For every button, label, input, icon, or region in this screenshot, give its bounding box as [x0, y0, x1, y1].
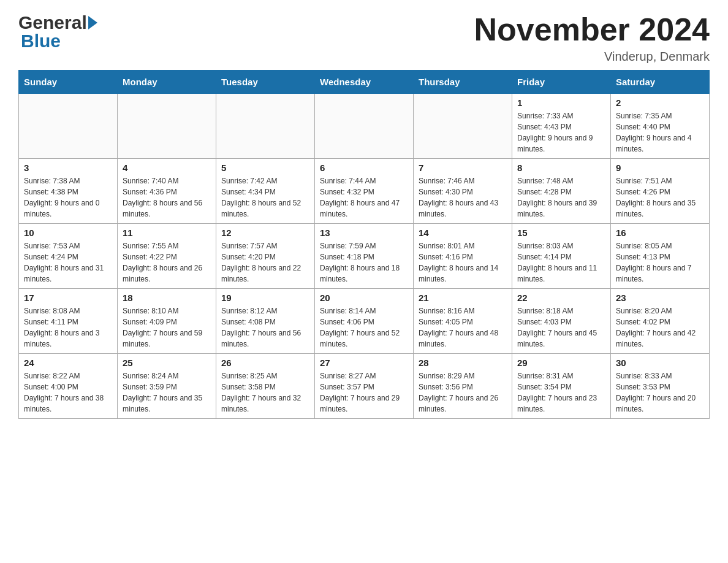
day-number: 10 — [24, 228, 112, 238]
day-info: Sunrise: 7:38 AMSunset: 4:38 PMDaylight:… — [24, 175, 112, 220]
day-info: Sunrise: 7:42 AMSunset: 4:34 PMDaylight:… — [221, 175, 309, 220]
col-monday: Monday — [118, 71, 216, 94]
day-info: Sunrise: 8:29 AMSunset: 3:56 PMDaylight:… — [419, 370, 507, 415]
day-info: Sunrise: 8:14 AMSunset: 4:06 PMDaylight:… — [320, 305, 408, 350]
day-number: 12 — [221, 228, 309, 238]
day-info: Sunrise: 7:35 AMSunset: 4:40 PMDaylight:… — [616, 110, 704, 155]
day-number: 1 — [517, 98, 605, 108]
day-info: Sunrise: 8:22 AMSunset: 4:00 PMDaylight:… — [24, 370, 112, 415]
logo-area: General Blue — [18, 12, 99, 52]
day-number: 6 — [320, 163, 408, 173]
table-row: 11Sunrise: 7:55 AMSunset: 4:22 PMDayligh… — [118, 224, 216, 289]
day-info: Sunrise: 7:40 AMSunset: 4:36 PMDaylight:… — [123, 175, 211, 220]
title-area: November 2024 Vinderup, Denmark — [474, 12, 710, 64]
calendar-header-row: Sunday Monday Tuesday Wednesday Thursday… — [19, 71, 710, 94]
table-row: 13Sunrise: 7:59 AMSunset: 4:18 PMDayligh… — [315, 224, 414, 289]
col-tuesday: Tuesday — [216, 71, 315, 94]
day-info: Sunrise: 8:01 AMSunset: 4:16 PMDaylight:… — [419, 240, 507, 285]
table-row: 1Sunrise: 7:33 AMSunset: 4:43 PMDaylight… — [512, 94, 611, 159]
day-info: Sunrise: 8:25 AMSunset: 3:58 PMDaylight:… — [221, 370, 309, 415]
table-row: 2Sunrise: 7:35 AMSunset: 4:40 PMDaylight… — [611, 94, 710, 159]
day-number: 4 — [123, 163, 211, 173]
table-row: 8Sunrise: 7:48 AMSunset: 4:28 PMDaylight… — [512, 159, 611, 224]
table-row: 21Sunrise: 8:16 AMSunset: 4:05 PMDayligh… — [414, 289, 512, 354]
calendar-week-row: 24Sunrise: 8:22 AMSunset: 4:00 PMDayligh… — [19, 354, 710, 419]
location-text: Vinderup, Denmark — [474, 50, 710, 64]
table-row: 27Sunrise: 8:27 AMSunset: 3:57 PMDayligh… — [315, 354, 414, 419]
day-number: 23 — [616, 293, 704, 303]
table-row: 28Sunrise: 8:29 AMSunset: 3:56 PMDayligh… — [414, 354, 512, 419]
table-row — [315, 94, 414, 159]
day-number: 30 — [616, 358, 704, 368]
table-row: 6Sunrise: 7:44 AMSunset: 4:32 PMDaylight… — [315, 159, 414, 224]
day-number: 11 — [123, 228, 211, 238]
day-info: Sunrise: 8:05 AMSunset: 4:13 PMDaylight:… — [616, 240, 704, 285]
table-row: 16Sunrise: 8:05 AMSunset: 4:13 PMDayligh… — [611, 224, 710, 289]
day-number: 19 — [221, 293, 309, 303]
day-number: 9 — [616, 163, 704, 173]
table-row: 14Sunrise: 8:01 AMSunset: 4:16 PMDayligh… — [414, 224, 512, 289]
day-info: Sunrise: 7:46 AMSunset: 4:30 PMDaylight:… — [419, 175, 507, 220]
table-row — [414, 94, 512, 159]
day-number: 26 — [221, 358, 309, 368]
day-info: Sunrise: 8:31 AMSunset: 3:54 PMDaylight:… — [517, 370, 605, 415]
col-friday: Friday — [512, 71, 611, 94]
table-row — [19, 94, 118, 159]
day-number: 17 — [24, 293, 112, 303]
calendar-table: Sunday Monday Tuesday Wednesday Thursday… — [18, 70, 710, 419]
day-number: 21 — [419, 293, 507, 303]
col-sunday: Sunday — [19, 71, 118, 94]
table-row: 4Sunrise: 7:40 AMSunset: 4:36 PMDaylight… — [118, 159, 216, 224]
day-info: Sunrise: 7:51 AMSunset: 4:26 PMDaylight:… — [616, 175, 704, 220]
day-number: 2 — [616, 98, 704, 108]
day-number: 8 — [517, 163, 605, 173]
day-info: Sunrise: 7:48 AMSunset: 4:28 PMDaylight:… — [517, 175, 605, 220]
logo-general-text: General — [18, 12, 87, 33]
table-row: 7Sunrise: 7:46 AMSunset: 4:30 PMDaylight… — [414, 159, 512, 224]
table-row: 20Sunrise: 8:14 AMSunset: 4:06 PMDayligh… — [315, 289, 414, 354]
table-row: 15Sunrise: 8:03 AMSunset: 4:14 PMDayligh… — [512, 224, 611, 289]
page-header: General Blue November 2024 Vinderup, Den… — [18, 12, 710, 64]
day-info: Sunrise: 7:55 AMSunset: 4:22 PMDaylight:… — [123, 240, 211, 285]
day-info: Sunrise: 8:33 AMSunset: 3:53 PMDaylight:… — [616, 370, 704, 415]
day-number: 7 — [419, 163, 507, 173]
day-number: 29 — [517, 358, 605, 368]
day-number: 24 — [24, 358, 112, 368]
table-row: 9Sunrise: 7:51 AMSunset: 4:26 PMDaylight… — [611, 159, 710, 224]
table-row: 3Sunrise: 7:38 AMSunset: 4:38 PMDaylight… — [19, 159, 118, 224]
day-number: 3 — [24, 163, 112, 173]
table-row: 10Sunrise: 7:53 AMSunset: 4:24 PMDayligh… — [19, 224, 118, 289]
day-number: 22 — [517, 293, 605, 303]
day-info: Sunrise: 7:53 AMSunset: 4:24 PMDaylight:… — [24, 240, 112, 285]
day-number: 28 — [419, 358, 507, 368]
table-row: 18Sunrise: 8:10 AMSunset: 4:09 PMDayligh… — [118, 289, 216, 354]
day-info: Sunrise: 8:08 AMSunset: 4:11 PMDaylight:… — [24, 305, 112, 350]
table-row: 17Sunrise: 8:08 AMSunset: 4:11 PMDayligh… — [19, 289, 118, 354]
table-row: 5Sunrise: 7:42 AMSunset: 4:34 PMDaylight… — [216, 159, 315, 224]
day-info: Sunrise: 8:16 AMSunset: 4:05 PMDaylight:… — [419, 305, 507, 350]
day-info: Sunrise: 7:44 AMSunset: 4:32 PMDaylight:… — [320, 175, 408, 220]
day-number: 18 — [123, 293, 211, 303]
day-number: 13 — [320, 228, 408, 238]
logo-triangle-icon — [88, 16, 97, 29]
table-row: 19Sunrise: 8:12 AMSunset: 4:08 PMDayligh… — [216, 289, 315, 354]
day-info: Sunrise: 7:59 AMSunset: 4:18 PMDaylight:… — [320, 240, 408, 285]
table-row: 26Sunrise: 8:25 AMSunset: 3:58 PMDayligh… — [216, 354, 315, 419]
col-saturday: Saturday — [611, 71, 710, 94]
table-row — [118, 94, 216, 159]
day-number: 16 — [616, 228, 704, 238]
month-title: November 2024 — [474, 12, 710, 47]
day-info: Sunrise: 8:20 AMSunset: 4:02 PMDaylight:… — [616, 305, 704, 350]
calendar-week-row: 10Sunrise: 7:53 AMSunset: 4:24 PMDayligh… — [19, 224, 710, 289]
calendar-week-row: 1Sunrise: 7:33 AMSunset: 4:43 PMDaylight… — [19, 94, 710, 159]
table-row — [216, 94, 315, 159]
day-info: Sunrise: 8:03 AMSunset: 4:14 PMDaylight:… — [517, 240, 605, 285]
calendar-week-row: 17Sunrise: 8:08 AMSunset: 4:11 PMDayligh… — [19, 289, 710, 354]
day-info: Sunrise: 8:12 AMSunset: 4:08 PMDaylight:… — [221, 305, 309, 350]
table-row: 24Sunrise: 8:22 AMSunset: 4:00 PMDayligh… — [19, 354, 118, 419]
col-wednesday: Wednesday — [315, 71, 414, 94]
day-info: Sunrise: 8:27 AMSunset: 3:57 PMDaylight:… — [320, 370, 408, 415]
day-info: Sunrise: 8:10 AMSunset: 4:09 PMDaylight:… — [123, 305, 211, 350]
table-row: 30Sunrise: 8:33 AMSunset: 3:53 PMDayligh… — [611, 354, 710, 419]
day-number: 5 — [221, 163, 309, 173]
